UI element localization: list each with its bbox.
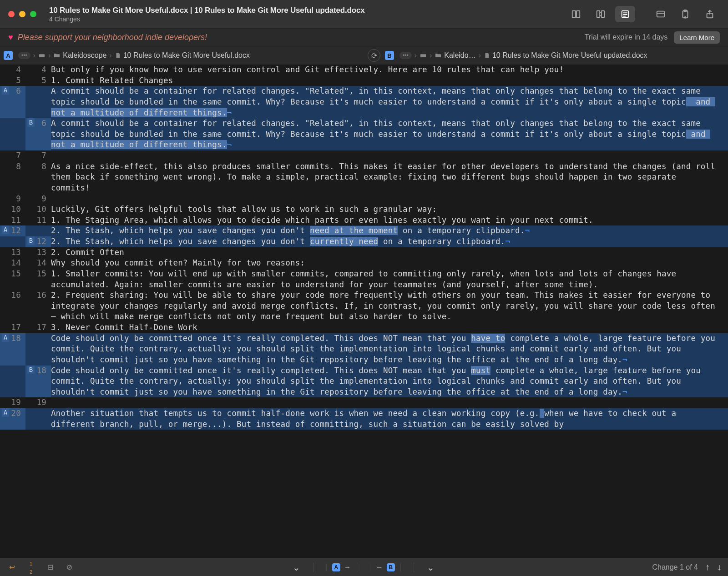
code-text: 1. Commit Related Changes [51, 75, 728, 86]
diff-line[interactable]: B122. The Stash, which helps you save ch… [0, 236, 728, 247]
line-number-b: 15 [25, 269, 51, 290]
line-number-a: 13 [0, 247, 25, 258]
file-item[interactable]: 10 Rules to Make Git More Useful updated… [484, 51, 647, 60]
diff-line[interactable]: A122. The Stash, which helps you save ch… [0, 225, 728, 236]
clipboard-icon[interactable] [675, 6, 695, 22]
line-number-a: A6 [0, 86, 25, 118]
whitespace-icon[interactable]: ⊟ [45, 563, 56, 571]
bottom-bar: ↩ 12 ⊟ ⊘ ⌄ A → ← B ⌄ Change 1 of 4 ↑ ↓ [0, 558, 728, 576]
line-number-b: 4 [25, 65, 51, 75]
share-icon[interactable] [700, 6, 720, 22]
line-number-b: B18 [25, 366, 51, 398]
close-window[interactable] [8, 11, 15, 17]
learn-more-button[interactable]: Learn More [674, 31, 720, 44]
code-text: 2. The Stash, which helps you save chang… [51, 225, 728, 236]
file-a-badge[interactable]: A [4, 51, 13, 60]
path-ellipsis[interactable]: ••• [399, 52, 412, 59]
code-text: 2. The Stash, which helps you save chang… [51, 236, 728, 247]
line-number-a [0, 366, 25, 398]
line-number-b: B6 [25, 118, 51, 150]
diff-content[interactable]: 44But only if you know how to use versio… [0, 65, 728, 558]
minimize-window[interactable] [19, 11, 25, 17]
swap-files-icon[interactable]: ⟳ [368, 49, 380, 62]
svg-rect-16 [39, 54, 45, 57]
diff-line[interactable]: 16162. Frequent sharing: You will be abl… [0, 290, 728, 322]
diff-line[interactable]: 88As a nice side-effect, this also produ… [0, 161, 728, 194]
diff-line[interactable]: 44But only if you know how to use versio… [0, 65, 728, 75]
view-side-by-side-icon[interactable] [566, 6, 586, 22]
line-number-b: 16 [25, 290, 51, 322]
svg-rect-3 [602, 11, 604, 18]
bottom-nav: ⌄ A → ← B ⌄ [75, 562, 652, 573]
copy-a-to-b[interactable]: A → [326, 563, 357, 571]
diff-line[interactable]: A6A commit should be a container for rel… [0, 86, 728, 118]
diff-line[interactable]: 13132. Commit Often [0, 247, 728, 258]
wrap-icon[interactable]: ↩ [6, 563, 17, 571]
heart-icon: ♥ [8, 33, 13, 42]
line-number-a: 5 [0, 75, 25, 86]
file-b-badge[interactable]: B [385, 51, 394, 60]
diff-line[interactable]: 17173. Never Commit Half-Done Work [0, 322, 728, 333]
diff-line[interactable]: 551. Commit Related Changes [0, 75, 728, 86]
code-text: A commit should be a container for relat… [51, 86, 728, 118]
diff-line[interactable]: 15151. Smaller commits: You will end up … [0, 269, 728, 290]
window-layout-icon[interactable] [651, 6, 671, 22]
nav-down-icon[interactable]: ⌄ [293, 562, 300, 573]
diff-line[interactable]: 99 [0, 194, 728, 205]
line-numbers-icon[interactable]: 12 [25, 559, 36, 576]
diff-line[interactable]: A18Code should only be committed once it… [0, 333, 728, 366]
code-text [51, 397, 728, 408]
diff-line[interactable]: 1414Why should you commit often? Mainly … [0, 258, 728, 269]
window-controls [8, 11, 36, 17]
support-text[interactable]: Please support your neighborhood indie d… [18, 33, 585, 42]
chevron-icon: › [109, 51, 111, 60]
diff-line[interactable]: A20Another situation that tempts us to c… [0, 408, 728, 430]
code-text: 2. Commit Often [51, 247, 728, 258]
code-text: 1. The Staging Area, which allows you to… [51, 215, 728, 226]
code-text [51, 150, 728, 161]
code-text: Luckily, Git offers helpful tools that a… [51, 204, 728, 215]
next-change-icon[interactable]: ↓ [717, 562, 722, 572]
line-number-a: 8 [0, 161, 25, 194]
prev-change-icon[interactable]: ↑ [705, 562, 710, 572]
line-number-b: 10 [25, 204, 51, 215]
drive-icon[interactable] [420, 52, 427, 59]
line-number-b: 14 [25, 258, 51, 269]
drive-icon[interactable] [38, 52, 46, 59]
line-number-a: A12 [0, 225, 25, 236]
svg-rect-1 [576, 11, 580, 18]
line-number-b [25, 225, 51, 236]
diff-line[interactable]: 1010Luckily, Git offers helpful tools th… [0, 204, 728, 215]
line-number-a: A20 [0, 408, 25, 430]
line-number-b: 8 [25, 161, 51, 194]
diff-line[interactable]: 1919 [0, 397, 728, 408]
bottom-right: Change 1 of 4 ↑ ↓ [652, 562, 722, 572]
diff-line[interactable]: 77 [0, 150, 728, 161]
folder-item[interactable]: Kaleido… [435, 51, 475, 60]
view-unified-icon[interactable] [615, 6, 635, 22]
svg-rect-17 [420, 54, 426, 57]
file-item[interactable]: 10 Rules to Make Git More Useful.docx [115, 51, 250, 60]
code-text: A commit should be a container for relat… [51, 118, 728, 150]
path-b: ⟳ B ••• › › Kaleido… › 10 Rules to Make … [364, 49, 728, 62]
view-fluid-icon[interactable] [591, 6, 611, 22]
copy-b-to-a[interactable]: ← B [370, 563, 401, 571]
window-subtitle: 4 Changes [49, 15, 566, 23]
title-area: 10 Rules to Make Git More Useful.docx | … [49, 6, 566, 23]
code-text: Code should only be committed once it's … [51, 333, 728, 366]
line-number-a: 14 [0, 258, 25, 269]
line-number-a [0, 118, 25, 150]
folder-item[interactable]: Kaleidoscope [53, 51, 106, 60]
code-text: 2. Frequent sharing: You will be able to… [51, 290, 728, 322]
chevron-icon: › [415, 51, 417, 60]
diff-line[interactable]: B6A commit should be a container for rel… [0, 118, 728, 150]
case-icon[interactable]: ⊘ [64, 563, 75, 571]
zoom-window[interactable] [30, 11, 36, 17]
line-number-b: 19 [25, 397, 51, 408]
diff-line[interactable]: B18Code should only be committed once it… [0, 366, 728, 398]
diff-line[interactable]: 11111. The Staging Area, which allows yo… [0, 215, 728, 226]
code-text: But only if you know how to use version … [51, 65, 728, 75]
line-number-a: 16 [0, 290, 25, 322]
path-ellipsis[interactable]: ••• [18, 52, 30, 59]
nav-down-2-icon[interactable]: ⌄ [427, 562, 435, 573]
